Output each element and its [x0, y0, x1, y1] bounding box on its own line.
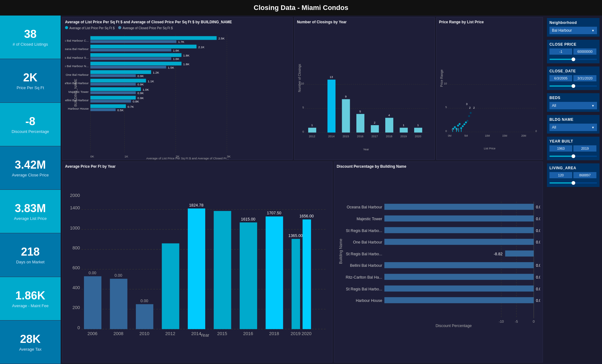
svg-text:0.00: 0.00	[536, 240, 540, 244]
svg-text:0.9K: 0.9K	[137, 96, 144, 100]
svg-text:2016: 2016	[243, 331, 253, 336]
svg-text:Building Name: Building Name	[338, 239, 343, 264]
svg-rect-34	[90, 83, 136, 86]
bar-chart-legend: Average of List Price Per Sq Ft $ Averag…	[65, 26, 290, 30]
close-date-slider[interactable]	[549, 85, 597, 87]
svg-text:Discount Percentage: Discount Percentage	[435, 324, 471, 328]
svg-text:1.6K: 1.6K	[173, 57, 179, 61]
close-date-min-input[interactable]	[549, 75, 572, 81]
svg-text:St Regis Bal Harbo...: St Regis Bal Harbo...	[346, 252, 382, 256]
svg-text:5: 5	[302, 106, 304, 109]
neighborhood-filter: Neighborhood Bal Harbour	[547, 18, 600, 37]
svg-point-99	[457, 125, 459, 126]
beds-dropdown[interactable]: All	[549, 102, 597, 109]
discount-title: Discount Percentage by Building Name	[337, 164, 540, 169]
svg-point-102	[462, 125, 464, 127]
svg-text:Harbour House: Harbour House	[68, 107, 89, 110]
svg-text:5: 5	[445, 106, 447, 109]
svg-rect-32	[90, 79, 146, 83]
bar-chart-title: Average of List Price Per Sq Ft $ and Av…	[65, 20, 290, 24]
svg-text:0.00: 0.00	[89, 271, 96, 275]
svg-rect-27	[90, 70, 151, 74]
kpi-card: 3.42MAverage Close Price	[0, 146, 61, 190]
discount-svg: Building Name Discount Percentage -10 -5…	[337, 171, 540, 358]
kpi-value: 3.42M	[15, 158, 46, 171]
closings-title: Number of Closings by Year	[297, 20, 432, 24]
kpi-label: Average Tax	[19, 347, 42, 352]
svg-rect-62	[327, 80, 336, 132]
living-area-min-input[interactable]	[549, 172, 572, 178]
svg-text:5M: 5M	[464, 134, 468, 137]
discount-box: Discount Percentage by Building Name Bui…	[334, 162, 543, 362]
svg-text:1.2K: 1.2K	[153, 71, 159, 74]
svg-text:0.00: 0.00	[536, 205, 540, 209]
legend-closed-dot: Average of Closed Price Per Sq Ft $	[118, 26, 173, 30]
neighborhood-label: Neighborhood	[549, 20, 597, 25]
avg-price-year-title: Average Price Per Ft by Year	[65, 164, 330, 169]
svg-rect-174	[384, 216, 534, 221]
svg-point-104	[465, 121, 467, 123]
svg-text:9: 9	[345, 95, 346, 98]
svg-text:400: 400	[72, 285, 80, 290]
kpi-label: # of Closed Listings	[13, 42, 48, 47]
svg-text:0: 0	[533, 320, 535, 323]
svg-text:2: 2	[374, 121, 375, 124]
svg-text:0.00: 0.00	[536, 287, 540, 291]
kpi-card: 2KPrice Per Sq Ft	[0, 59, 61, 102]
svg-text:Number of Closings: Number of Closings	[298, 64, 301, 92]
svg-text:2014: 2014	[191, 331, 201, 336]
svg-point-103	[463, 123, 465, 125]
svg-text:3: 3	[466, 102, 467, 106]
svg-rect-150	[240, 222, 257, 329]
svg-text:One Bal Harbour: One Bal Harbour	[353, 240, 382, 244]
close-price-slider[interactable]	[549, 59, 597, 60]
living-area-max-input[interactable]	[573, 172, 596, 178]
svg-text:2010: 2010	[139, 331, 149, 336]
living-area-slider[interactable]	[549, 182, 597, 184]
svg-text:2012: 2012	[165, 331, 175, 336]
svg-text:0: 0	[445, 130, 447, 133]
svg-text:2008: 2008	[113, 331, 123, 336]
svg-text:0: 0	[452, 128, 453, 131]
year-built-slider[interactable]	[549, 156, 597, 157]
kpi-card: -8Discount Percentage	[0, 103, 61, 146]
neighborhood-dropdown[interactable]: Bal Harbour	[549, 27, 597, 34]
svg-text:2019: 2019	[290, 331, 300, 336]
svg-text:1: 1	[403, 124, 404, 127]
svg-text:0.00: 0.00	[141, 298, 148, 303]
svg-text:1.6K: 1.6K	[173, 49, 179, 52]
svg-text:2018: 2018	[269, 331, 279, 336]
bldg-name-dropdown[interactable]: All	[549, 124, 597, 131]
close-price-max-input[interactable]	[573, 48, 596, 55]
svg-text:1707.50: 1707.50	[267, 211, 281, 215]
kpi-value: 218	[21, 245, 39, 258]
kpi-label: Discount Percentage	[12, 129, 49, 134]
svg-rect-22	[90, 62, 182, 66]
svg-rect-24	[90, 66, 166, 69]
close-price-min-input[interactable]	[549, 48, 572, 55]
close-date-max-input[interactable]	[573, 75, 596, 81]
beds-filter: BEDS All	[547, 93, 600, 112]
svg-rect-44	[90, 100, 131, 103]
price-range-box: Price Range by List Price Price Range 0 …	[436, 17, 543, 160]
svg-rect-192	[384, 285, 534, 291]
year-built-max-input[interactable]	[573, 145, 596, 152]
svg-text:0.00: 0.00	[114, 273, 122, 278]
kpi-value: 38	[24, 28, 36, 41]
kpi-card: 218Days on Market	[0, 233, 61, 277]
svg-text:15M: 15M	[502, 134, 507, 137]
svg-text:Oceana Bal Harbour: Oceana Bal Harbour	[347, 205, 382, 209]
svg-text:0.00: 0.00	[536, 229, 540, 233]
svg-text:2006: 2006	[87, 331, 97, 336]
x-axis-label: Average of List Price Per Sq Ft $ and Av…	[146, 157, 229, 160]
svg-text:0: 0	[456, 128, 458, 131]
svg-text:1: 1	[417, 124, 419, 127]
svg-text:3K: 3K	[227, 155, 231, 158]
kpi-label: Average - Maint Fee	[12, 303, 49, 308]
svg-text:0: 0	[535, 130, 537, 133]
svg-text:2019: 2019	[400, 135, 407, 138]
svg-text:1400: 1400	[70, 205, 80, 210]
year-built-min-input[interactable]	[549, 145, 572, 152]
svg-rect-68	[356, 114, 364, 133]
svg-text:St Regis Bal Harbour C...: St Regis Bal Harbour C...	[65, 39, 89, 42]
